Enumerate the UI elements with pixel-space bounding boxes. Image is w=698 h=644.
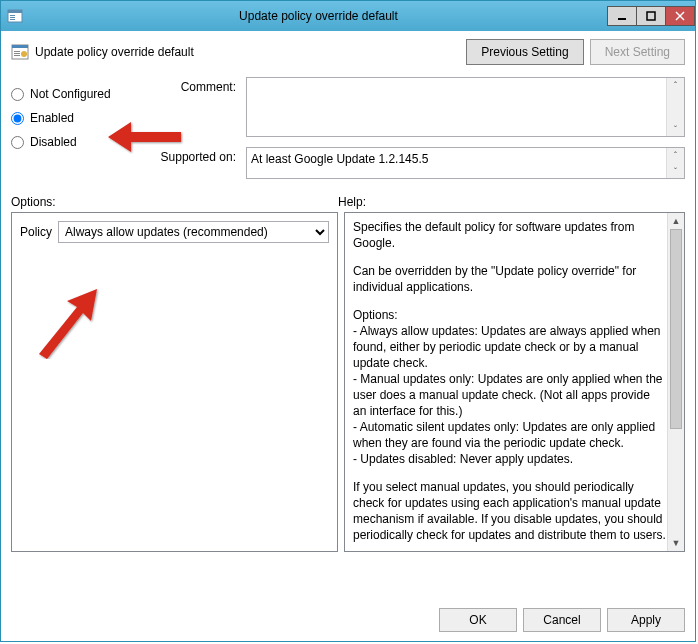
svg-rect-11 xyxy=(14,51,20,52)
maximize-button[interactable] xyxy=(636,6,666,26)
options-pane: Policy Always allow updates (recommended… xyxy=(11,212,338,552)
dialog-footer: OK Cancel Apply xyxy=(1,599,695,641)
header-label: Update policy override default xyxy=(35,45,460,59)
radio-disabled[interactable] xyxy=(11,136,24,149)
radio-enabled-label: Enabled xyxy=(30,111,74,125)
window-controls xyxy=(608,6,695,26)
help-text: Specifies the default policy for softwar… xyxy=(353,219,680,552)
help-pane: Specifies the default policy for softwar… xyxy=(344,212,685,552)
svg-rect-10 xyxy=(12,45,28,48)
previous-setting-button[interactable]: Previous Setting xyxy=(466,39,583,65)
pane-labels: Options: Help: xyxy=(11,195,685,209)
comment-textarea[interactable] xyxy=(247,78,666,136)
supported-text: At least Google Update 1.2.145.5 xyxy=(247,148,666,178)
scroll-down-icon[interactable]: ▼ xyxy=(668,535,684,551)
scroll-thumb[interactable] xyxy=(670,229,682,429)
titlebar: Update policy override default xyxy=(1,1,695,31)
svg-rect-13 xyxy=(14,55,20,56)
policy-select[interactable]: Always allow updates (recommended) xyxy=(58,221,329,243)
svg-rect-6 xyxy=(647,12,655,20)
options-label: Options: xyxy=(11,195,338,209)
svg-rect-12 xyxy=(14,53,20,54)
svg-rect-1 xyxy=(8,10,22,13)
minimize-button[interactable] xyxy=(607,6,637,26)
radio-disabled-label: Disabled xyxy=(30,135,77,149)
close-button[interactable] xyxy=(665,6,695,26)
app-icon xyxy=(7,8,23,24)
header-row: Update policy override default Previous … xyxy=(11,39,685,65)
supported-scrollbar[interactable]: ˆˇ xyxy=(666,148,684,178)
comment-label: Comment: xyxy=(151,77,246,137)
cancel-button[interactable]: Cancel xyxy=(523,608,601,632)
help-label: Help: xyxy=(338,195,685,209)
svg-point-14 xyxy=(21,51,27,57)
policy-dialog: Update policy override default Update po… xyxy=(0,0,696,642)
apply-button[interactable]: Apply xyxy=(607,608,685,632)
scroll-up-icon[interactable]: ▲ xyxy=(668,213,684,229)
comment-scrollbar[interactable]: ˆˇ xyxy=(666,78,684,136)
ok-button[interactable]: OK xyxy=(439,608,517,632)
svg-rect-4 xyxy=(10,19,15,20)
radio-not-configured-label: Not Configured xyxy=(30,87,111,101)
radio-enabled[interactable] xyxy=(11,112,24,125)
radio-not-configured[interactable] xyxy=(11,88,24,101)
supported-label: Supported on: xyxy=(151,147,246,179)
policy-label: Policy xyxy=(20,225,52,239)
svg-rect-2 xyxy=(10,15,15,16)
state-radio-group: Not Configured Enabled Disabled xyxy=(11,77,151,189)
help-scrollbar[interactable]: ▲ ▼ xyxy=(667,213,684,551)
next-setting-button[interactable]: Next Setting xyxy=(590,39,685,65)
svg-rect-3 xyxy=(10,17,15,18)
window-title: Update policy override default xyxy=(29,9,608,23)
policy-icon xyxy=(11,43,29,61)
